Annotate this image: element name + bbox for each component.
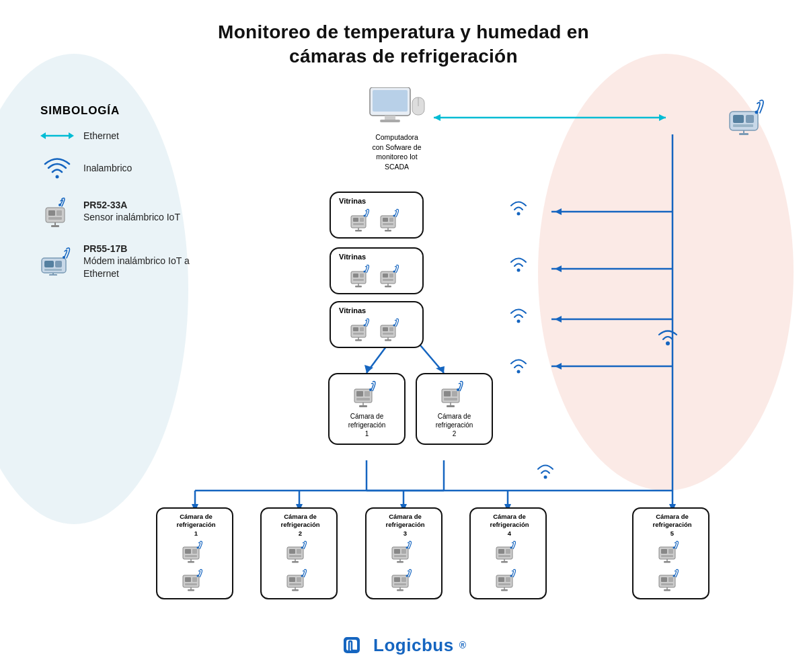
pr52-label: PR52-33A Sensor inalámbrico IoT — [83, 199, 180, 223]
svg-rect-156 — [397, 561, 404, 563]
svg-rect-142 — [292, 561, 299, 563]
svg-rect-126 — [185, 555, 197, 557]
svg-rect-16 — [49, 274, 57, 276]
vitrina-1-sensors — [350, 208, 404, 233]
svg-marker-29 — [364, 365, 373, 373]
svg-rect-187 — [661, 577, 667, 582]
svg-point-178 — [510, 575, 512, 577]
svg-rect-71 — [383, 223, 393, 225]
cam-medium-2-sensors — [440, 380, 469, 409]
svg-rect-81 — [355, 286, 362, 288]
svg-rect-131 — [185, 577, 191, 582]
svg-rect-146 — [297, 577, 301, 582]
logicbus-logo-text: Logicbus — [373, 635, 454, 656]
svg-point-75 — [517, 212, 521, 216]
svg-rect-92 — [353, 327, 358, 331]
cam-bottom-4: Cámara de refrigeración 4 — [469, 507, 547, 599]
svg-rect-94 — [353, 333, 364, 335]
svg-point-171 — [510, 547, 512, 549]
cam-bottom-5-label-top: Cámara de refrigeración 5 — [640, 513, 704, 538]
svg-point-164 — [406, 575, 408, 577]
svg-rect-83 — [381, 271, 395, 284]
svg-rect-103 — [385, 339, 391, 341]
svg-point-17 — [63, 256, 65, 259]
svg-rect-121 — [447, 405, 455, 407]
cam-medium-1-sensors — [352, 380, 382, 409]
svg-point-67 — [364, 215, 366, 217]
svg-rect-118 — [452, 391, 457, 396]
svg-rect-111 — [364, 391, 370, 396]
svg-rect-96 — [355, 339, 362, 341]
svg-rect-110 — [356, 391, 363, 396]
svg-rect-153 — [401, 549, 406, 554]
svg-rect-177 — [501, 589, 508, 591]
legend-wifi: Inalambrico — [40, 157, 202, 179]
ethernet-label: Ethernet — [83, 130, 119, 142]
svg-rect-173 — [498, 577, 504, 582]
legend-title: SIMBOLOGÍA — [40, 104, 202, 118]
svg-rect-9 — [51, 225, 59, 227]
cam-bottom-1: Cámara de refrigeración 1 — [156, 507, 233, 599]
svg-rect-84 — [383, 274, 388, 278]
cam-bottom-3: Cámara de refrigeración 3 — [365, 507, 443, 599]
svg-rect-78 — [360, 274, 364, 278]
wifi-icon — [40, 157, 74, 179]
svg-marker-27 — [555, 316, 562, 323]
ethernet-icon — [40, 130, 74, 142]
legend-panel: SIMBOLOGÍA Ethernet — [40, 104, 202, 294]
cam-bottom-2: Cámara de refrigeración 2 — [260, 507, 338, 599]
svg-marker-25 — [555, 265, 562, 272]
svg-rect-61 — [351, 216, 366, 228]
svg-marker-23 — [555, 208, 562, 215]
svg-rect-73 — [385, 230, 391, 232]
svg-rect-175 — [498, 583, 510, 585]
wifi-signal-bottom — [535, 460, 556, 482]
svg-rect-117 — [444, 391, 451, 396]
logicbus-logo: Logicbus® — [341, 632, 466, 659]
svg-rect-168 — [498, 555, 510, 557]
computer-icon — [367, 87, 427, 131]
svg-rect-125 — [192, 549, 197, 554]
svg-rect-184 — [664, 561, 670, 563]
wifi-signal-modem-mid — [656, 325, 680, 349]
legend-ethernet: Ethernet — [40, 130, 202, 142]
svg-rect-57 — [733, 124, 753, 127]
svg-point-97 — [364, 325, 366, 327]
svg-marker-2 — [69, 132, 74, 139]
svg-point-10 — [59, 204, 61, 206]
svg-rect-160 — [401, 577, 406, 582]
svg-rect-112 — [356, 398, 370, 401]
svg-rect-77 — [353, 274, 358, 278]
svg-rect-85 — [389, 274, 393, 278]
svg-line-30 — [417, 341, 444, 373]
sensor-device-icon — [40, 194, 74, 228]
svg-point-192 — [672, 575, 675, 577]
svg-rect-70 — [389, 218, 393, 222]
svg-rect-159 — [394, 577, 400, 582]
svg-rect-55 — [733, 115, 744, 123]
svg-point-108 — [544, 476, 547, 479]
svg-point-106 — [666, 341, 670, 345]
computer-node: Computadora con Sofware de monitoreo Iot… — [356, 87, 437, 172]
svg-rect-170 — [501, 561, 508, 563]
wifi-signal-cam-section — [508, 355, 529, 376]
svg-point-82 — [364, 271, 366, 273]
page-title: Monitoreo de temperatura y humedad en cá… — [0, 0, 807, 69]
svg-rect-51 — [380, 120, 400, 122]
svg-marker-31 — [436, 366, 445, 373]
cam-bottom-2-label-top: Cámara de refrigeración 2 — [268, 513, 332, 538]
svg-rect-50 — [385, 116, 395, 120]
legend-pr55: PR55-17B Módem inalámbrico IoT a Etherne… — [40, 243, 202, 280]
svg-rect-76 — [351, 271, 366, 284]
cam-medium-2-label: Cámara de refrigeración 2 — [422, 412, 486, 438]
svg-rect-138 — [289, 549, 295, 554]
svg-rect-101 — [383, 333, 393, 335]
svg-rect-191 — [664, 589, 670, 591]
svg-point-89 — [393, 271, 395, 273]
svg-rect-63 — [360, 218, 364, 222]
svg-point-143 — [301, 547, 303, 549]
cam-bottom-4-label-top: Cámara de refrigeración 4 — [477, 513, 541, 538]
svg-rect-49 — [373, 90, 408, 112]
svg-rect-182 — [661, 555, 673, 557]
vitrina-3: Vitrinas — [330, 301, 424, 348]
